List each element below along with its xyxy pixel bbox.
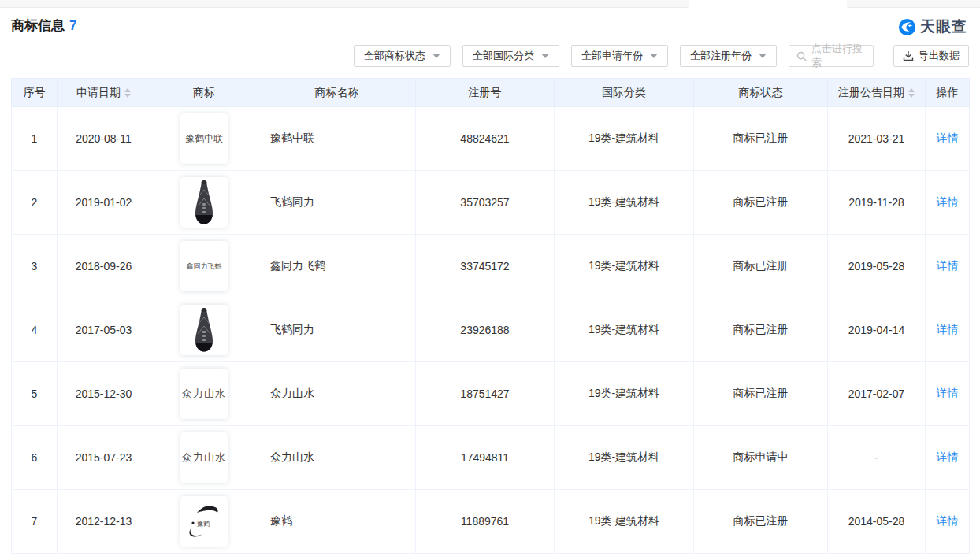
column-header-3: 商标名称 — [258, 79, 416, 107]
trademark-image-cell — [150, 171, 258, 235]
column-header-5: 国际分类 — [555, 79, 694, 107]
column-header-2: 商标 — [150, 79, 258, 107]
status-cell: 商标已注册 — [694, 362, 828, 426]
trademark-count-badge: 7 — [69, 18, 76, 33]
chevron-down-icon — [541, 54, 549, 58]
serial-cell: 3 — [12, 235, 58, 298]
column-header-label: 序号 — [24, 86, 46, 98]
column-header-label: 商标名称 — [315, 86, 359, 98]
apply-date-cell: 2012-12-13 — [58, 490, 150, 554]
announce-date-cell: - — [828, 426, 926, 490]
detail-link[interactable]: 详情 — [937, 450, 959, 463]
action-cell: 详情 — [926, 362, 970, 426]
detail-link[interactable]: 详情 — [937, 195, 959, 208]
intl-class-cell: 19类-建筑材料 — [555, 171, 694, 235]
trademark-image-text: 鑫同力飞鹤 — [187, 261, 222, 272]
trademark-status-filter[interactable]: 全部商标状态 — [354, 45, 451, 67]
trademark-name-cell: 飞鹤同力 — [258, 298, 416, 362]
export-data-button[interactable]: 导出数据 — [893, 45, 969, 67]
active-tab-notch — [689, 0, 847, 8]
detail-link[interactable]: 详情 — [937, 514, 959, 527]
swirl-trademark-graphic: 豫鹤 — [183, 502, 225, 541]
reg-number-cell: 35703257 — [416, 171, 555, 235]
sort-icon[interactable] — [908, 88, 915, 98]
intl-class-cell: 19类-建筑材料 — [555, 107, 694, 171]
trademark-info-page: 商标信息7 天眼查 全部商标状态 全部国际分类 全部申请年份 — [0, 0, 980, 556]
intl-class-cell: 19类-建筑材料 — [555, 235, 694, 298]
page-header: 商标信息7 天眼查 — [0, 8, 980, 39]
chevron-down-icon — [432, 54, 440, 58]
action-cell: 详情 — [926, 426, 970, 490]
trademark-image[interactable] — [180, 177, 228, 228]
tianyancha-logo[interactable]: 天眼查 — [898, 17, 967, 37]
trademark-image-cell: 豫鹤中联 — [150, 107, 258, 171]
intl-class-cell: 19类-建筑材料 — [555, 426, 694, 490]
detail-link[interactable]: 详情 — [937, 387, 959, 399]
trademark-name-cell: 众力山水 — [258, 426, 416, 490]
table-header-row: 序号申请日期商标商标名称注册号国际分类商标状态注册公告日期操作 — [12, 79, 970, 107]
column-header-7[interactable]: 注册公告日期 — [828, 79, 926, 107]
bottle-trademark-graphic — [191, 307, 217, 353]
action-cell: 详情 — [926, 171, 970, 235]
trademark-image[interactable]: 众力山水 — [180, 432, 228, 483]
trademark-image[interactable] — [180, 305, 228, 355]
trademark-image-cell: 众力山水 — [150, 362, 258, 426]
trademark-image-cell — [150, 298, 258, 362]
apply-date-cell: 2019-01-02 — [58, 171, 150, 235]
trademark-image[interactable]: 豫鹤中联 — [180, 113, 228, 164]
column-header-label: 注册号 — [469, 86, 502, 98]
serial-cell: 7 — [12, 490, 58, 554]
sort-icon[interactable] — [124, 88, 131, 98]
apply-year-filter[interactable]: 全部申请年份 — [571, 45, 668, 67]
trademark-image-text: 众力山水 — [182, 450, 226, 465]
bottle-trademark-graphic — [191, 180, 217, 225]
intl-class-cell: 19类-建筑材料 — [555, 298, 694, 362]
intl-class-cell: 19类-建筑材料 — [555, 490, 694, 554]
trademark-image-cell: 众力山水 — [150, 426, 258, 490]
trademark-name-cell: 豫鹤中联 — [258, 107, 416, 171]
table-row: 3 2018-09-26 鑫同力飞鹤 鑫同力飞鹤 33745172 19类-建筑… — [12, 235, 970, 298]
trademark-image[interactable]: 众力山水 — [180, 369, 228, 419]
serial-cell: 5 — [12, 362, 58, 426]
trademark-table: 序号申请日期商标商标名称注册号国际分类商标状态注册公告日期操作 1 2020-0… — [11, 78, 970, 554]
trademark-status-filter-label: 全部商标状态 — [364, 49, 425, 63]
action-cell: 详情 — [926, 107, 970, 171]
chevron-down-icon — [759, 54, 767, 58]
chevron-down-icon — [650, 54, 658, 58]
announce-date-cell: 2019-05-28 — [828, 235, 926, 298]
reg-year-filter-label: 全部注册年份 — [690, 49, 752, 63]
svg-text:豫鹤: 豫鹤 — [197, 520, 210, 528]
brand-name: 天眼查 — [920, 17, 967, 37]
column-header-1[interactable]: 申请日期 — [58, 79, 150, 107]
column-header-label: 国际分类 — [602, 86, 646, 98]
reg-year-filter[interactable]: 全部注册年份 — [680, 45, 777, 67]
table-row: 5 2015-12-30 众力山水 众力山水 18751427 19类-建筑材料… — [12, 362, 970, 426]
column-header-0: 序号 — [12, 79, 58, 107]
search-input[interactable]: 点击进行搜索 — [789, 45, 874, 67]
trademark-image[interactable]: 豫鹤 — [180, 496, 228, 547]
status-cell: 商标已注册 — [694, 490, 828, 554]
detail-link[interactable]: 详情 — [937, 323, 959, 335]
table-body: 1 2020-08-11 豫鹤中联 豫鹤中联 48824621 19类-建筑材料… — [12, 107, 970, 554]
apply-date-cell: 2018-09-26 — [58, 235, 150, 298]
intl-class-filter[interactable]: 全部国际分类 — [462, 45, 559, 67]
column-header-label: 商标状态 — [739, 86, 783, 98]
status-cell: 商标已注册 — [694, 171, 828, 235]
trademark-image[interactable]: 鑫同力飞鹤 — [180, 241, 228, 291]
reg-number-cell: 18751427 — [416, 362, 555, 426]
announce-date-cell: 2014-05-28 — [828, 490, 926, 554]
detail-link[interactable]: 详情 — [937, 259, 959, 272]
apply-year-filter-label: 全部申请年份 — [581, 49, 643, 63]
reg-number-cell: 23926188 — [416, 298, 555, 362]
apply-date-cell: 2015-12-30 — [58, 362, 150, 426]
filter-bar: 全部商标状态 全部国际分类 全部申请年份 全部注册年份 点击进行搜索 — [0, 39, 980, 78]
section-title-text: 商标信息 — [11, 18, 65, 33]
status-cell: 商标已注册 — [694, 107, 828, 171]
detail-link[interactable]: 详情 — [937, 132, 959, 144]
action-cell: 详情 — [926, 235, 970, 298]
column-header-label: 操作 — [937, 86, 959, 98]
column-header-4: 注册号 — [416, 79, 555, 107]
column-header-6: 商标状态 — [694, 79, 828, 107]
trademark-image-text: 豫鹤中联 — [185, 132, 223, 146]
tianyancha-eye-icon — [898, 18, 916, 36]
